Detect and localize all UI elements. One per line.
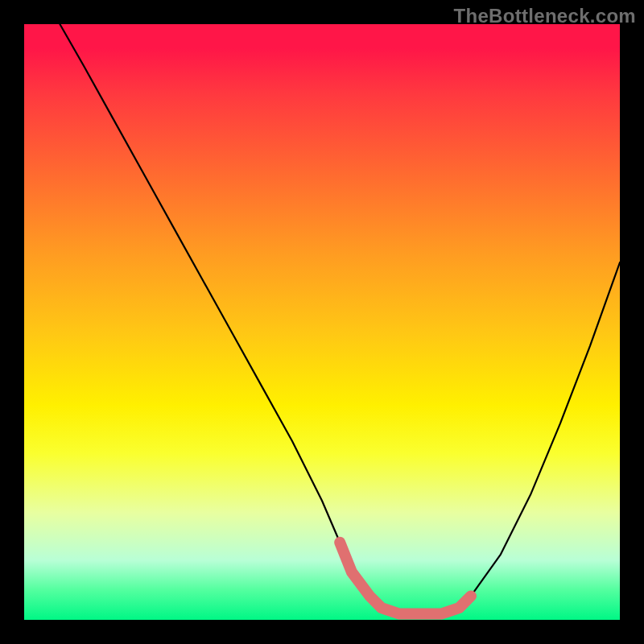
plot-area <box>24 24 620 620</box>
curve-svg <box>24 24 620 620</box>
optimal-range-marker <box>340 543 471 614</box>
chart-container: TheBottleneck.com <box>0 0 644 644</box>
bottleneck-curve <box>60 24 620 614</box>
